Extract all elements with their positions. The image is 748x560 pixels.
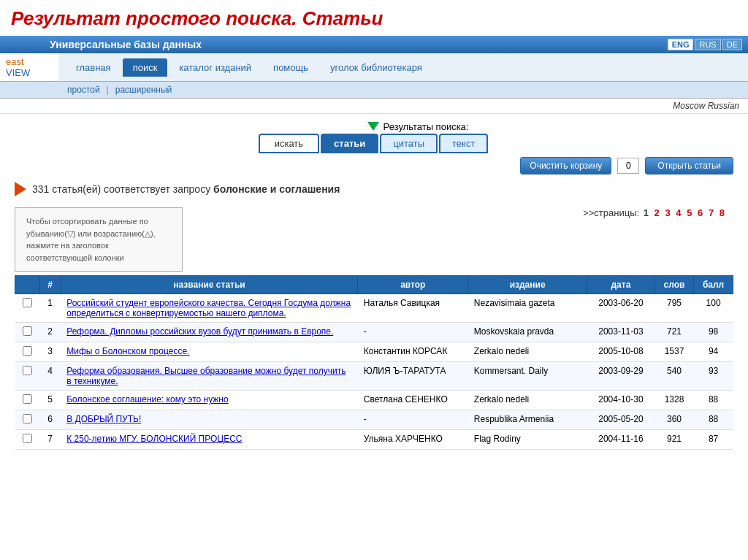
main-content: Результаты поиска: искать статьи цитаты …	[0, 114, 748, 457]
logo-area: east VIEW	[0, 53, 58, 81]
row-publication: Nezavisimaia gazeta	[468, 294, 587, 323]
article-link[interactable]: Болонское соглашение: кому это нужно	[66, 394, 228, 404]
row-num: 6	[39, 410, 61, 430]
pagination-page-7[interactable]: 7	[709, 207, 714, 218]
logo-east: east	[6, 56, 24, 67]
lang-de-button[interactable]: DE	[722, 39, 742, 50]
table-row: 7 К 250-летию МГУ. БОЛОНСКИЙ ПРОЦЕСС Уль…	[15, 430, 733, 450]
row-checkbox[interactable]	[23, 298, 32, 307]
row-checkbox[interactable]	[23, 414, 32, 423]
row-author: ЮЛИЯ Ъ-ТАРАТУТА	[358, 362, 468, 391]
row-author: Светлана СЕНЕНКО	[358, 391, 468, 410]
article-link[interactable]: Реформа образования. Высшее образование …	[66, 366, 346, 386]
tab-text[interactable]: текст	[439, 134, 488, 153]
row-publication: Respublika Armeniia	[468, 410, 587, 430]
row-date: 2003-09-29	[587, 362, 654, 391]
col-header-publication[interactable]: издание	[468, 276, 587, 294]
row-title: Болонское соглашение: кому это нужно	[61, 391, 358, 410]
article-link[interactable]: Реформа. Дипломы российских вузов будут …	[66, 326, 333, 337]
row-checkbox-cell	[15, 430, 40, 450]
row-title: Реформа образования. Высшее образование …	[61, 362, 358, 391]
article-link[interactable]: Российский студент европейского качества…	[66, 298, 351, 318]
pagination-label: >>страницы:	[583, 207, 639, 218]
col-header-num[interactable]: #	[39, 276, 61, 294]
col-header-words[interactable]: слов	[654, 276, 693, 294]
row-words: 1537	[654, 342, 693, 362]
nav-librarian[interactable]: уголок библиотекаря	[320, 58, 432, 77]
col-header-date[interactable]: дата	[587, 276, 654, 294]
row-publication: Kommersant. Daily	[468, 362, 587, 391]
col-header-title[interactable]: название статьи	[61, 276, 358, 294]
row-date: 2005-05-20	[587, 410, 654, 430]
nav-search[interactable]: поиск	[123, 58, 168, 77]
basket-count: 0	[617, 158, 639, 174]
query-text: болонские и соглашения	[213, 183, 340, 195]
nav-catalog[interactable]: каталог изданий	[169, 58, 262, 77]
col-header-author[interactable]: автор	[358, 276, 468, 294]
table-row: 1 Российский студент европейского качест…	[15, 294, 733, 323]
row-checkbox-cell	[15, 391, 40, 410]
nav-help[interactable]: помощь	[263, 58, 318, 77]
arrow-label-row: Результаты поиска:	[367, 121, 469, 132]
pagination-page-4[interactable]: 4	[676, 207, 681, 218]
row-words: 360	[654, 410, 693, 430]
row-checkbox-cell	[15, 323, 40, 342]
row-checkbox[interactable]	[23, 366, 32, 375]
row-words: 540	[654, 362, 693, 391]
pagination-page-6[interactable]: 6	[698, 207, 703, 218]
nav-links: главная поиск каталог изданий помощь уго…	[58, 53, 748, 81]
row-checkbox[interactable]	[23, 394, 32, 404]
pagination-page-8[interactable]: 8	[720, 207, 725, 218]
tab-articles[interactable]: статьи	[321, 134, 378, 153]
row-date: 2005-10-08	[587, 342, 654, 362]
hint-box: Чтобы отсортировать данные по убыванию(▽…	[15, 207, 183, 272]
table-row: 2 Реформа. Дипломы российских вузов буду…	[15, 323, 733, 342]
article-link[interactable]: В ДОБРЫЙ ПУТЬ!	[66, 414, 141, 424]
table-row: 3 Мифы о Болонском процессе. Константин …	[15, 342, 733, 362]
hint-pagination-row: Чтобы отсортировать данные по убыванию(▽…	[15, 207, 733, 272]
sub-nav-simple[interactable]: простой	[64, 84, 103, 96]
row-publication: Zerkalo nedeli	[468, 342, 587, 362]
pagination-page-2[interactable]: 2	[654, 207, 660, 218]
down-arrow-icon	[367, 122, 379, 131]
search-tab-iskaty[interactable]: искать	[259, 134, 319, 153]
logo-view: VIEW	[6, 67, 30, 78]
sub-nav: простой | расширенный	[0, 82, 748, 99]
location-bar: Moscow Russian	[0, 99, 748, 114]
lang-eng-button[interactable]: ENG	[668, 39, 694, 50]
tabs-and-search: искать статьи цитаты текст	[259, 134, 490, 153]
result-count-row: 331 статья(ей) соответствует запросу бол…	[15, 182, 733, 196]
location-text: Moscow Russian	[673, 101, 739, 111]
tab-quotes[interactable]: цитаты	[380, 134, 438, 153]
table-row: 6 В ДОБРЫЙ ПУТЬ! - Respublika Armeniia 2…	[15, 410, 733, 430]
row-num: 3	[39, 342, 61, 362]
row-checkbox[interactable]	[23, 326, 32, 336]
row-title: Реформа. Дипломы российских вузов будут …	[61, 323, 358, 342]
col-header-score[interactable]: балл	[694, 276, 733, 294]
clear-basket-button[interactable]: Очистить корзину	[520, 157, 611, 174]
row-checkbox-cell	[15, 410, 40, 430]
pagination-page-3[interactable]: 3	[665, 207, 670, 218]
header-title: Универсальные базы данных	[50, 39, 202, 50]
article-link[interactable]: К 250-летию МГУ. БОЛОНСКИЙ ПРОЦЕСС	[66, 434, 242, 444]
page-title: Результат простого поиска. Статьи	[0, 0, 748, 36]
sub-nav-advanced[interactable]: расширенный	[112, 84, 175, 96]
sub-nav-separator: |	[107, 85, 109, 95]
row-words: 1328	[654, 391, 693, 410]
lang-rus-button[interactable]: RUS	[695, 39, 720, 50]
row-checkbox-cell	[15, 362, 40, 391]
table-row: 5 Болонское соглашение: кому это нужно С…	[15, 391, 733, 410]
open-articles-button[interactable]: Открыть статьи	[645, 157, 733, 174]
row-date: 2003-06-20	[587, 294, 654, 323]
row-author: -	[358, 410, 468, 430]
results-label: Результаты поиска:	[383, 121, 469, 132]
row-date: 2004-11-16	[587, 430, 654, 450]
pagination-page-5[interactable]: 5	[687, 207, 692, 218]
article-link[interactable]: Мифы о Болонском процессе.	[66, 346, 189, 356]
nav-home[interactable]: главная	[66, 58, 121, 77]
row-title: Российский студент европейского качества…	[61, 294, 358, 323]
row-num: 2	[39, 323, 61, 342]
row-checkbox[interactable]	[23, 434, 32, 443]
row-checkbox[interactable]	[23, 346, 32, 356]
row-author: Наталья Савицкая	[358, 294, 468, 323]
